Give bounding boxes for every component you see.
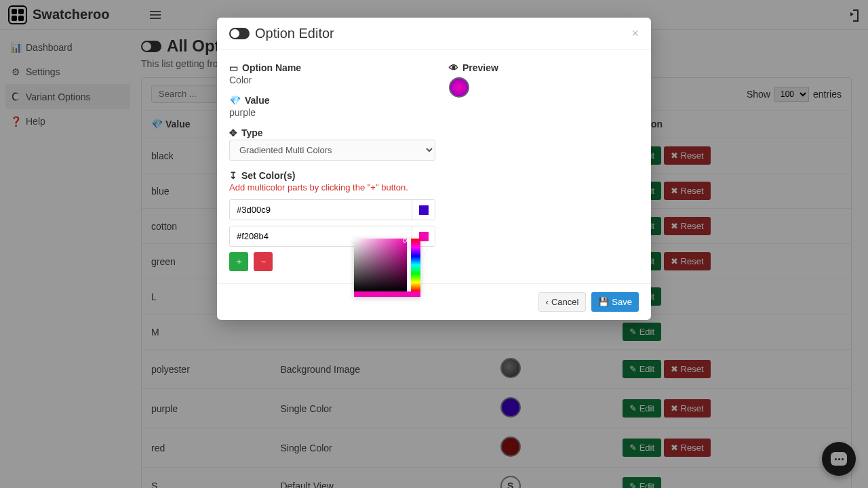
color-hex-input[interactable] (230, 200, 412, 220)
preview-label: 👁 Preview (449, 62, 639, 73)
close-icon[interactable]: × (631, 26, 639, 41)
color-chip-button[interactable] (412, 200, 435, 220)
value-label: 💎 Value (229, 95, 435, 106)
preview-swatch (449, 77, 469, 98)
cancel-button[interactable]: ‹ Cancel (538, 292, 587, 312)
option-name-label: ▭ Option Name (229, 62, 435, 73)
value-value: purple (229, 107, 435, 118)
option-editor-modal: Option Editor × ▭ Option Name Color 💎 Va… (217, 18, 651, 320)
saturation-picker[interactable] (354, 239, 407, 291)
color-picker-popup (354, 239, 420, 297)
color-input-row (229, 199, 435, 220)
set-colors-label: ↧ Set Color(s) (229, 170, 435, 181)
color-preview-bar (354, 291, 420, 297)
multicolor-hint: Add multicolor parts by clicking the "+"… (229, 182, 435, 192)
save-button[interactable]: 💾 Save (591, 292, 639, 312)
add-color-button[interactable]: ＋ (229, 252, 248, 271)
type-select[interactable]: Gradiented Multi Colors (229, 140, 435, 161)
hue-slider[interactable] (411, 239, 420, 291)
remove-color-button[interactable]: － (254, 252, 273, 271)
option-name-value: Color (229, 75, 435, 85)
type-label: ✥ Type (229, 127, 435, 138)
toggle-icon (229, 28, 250, 39)
modal-title: Option Editor (255, 26, 334, 41)
